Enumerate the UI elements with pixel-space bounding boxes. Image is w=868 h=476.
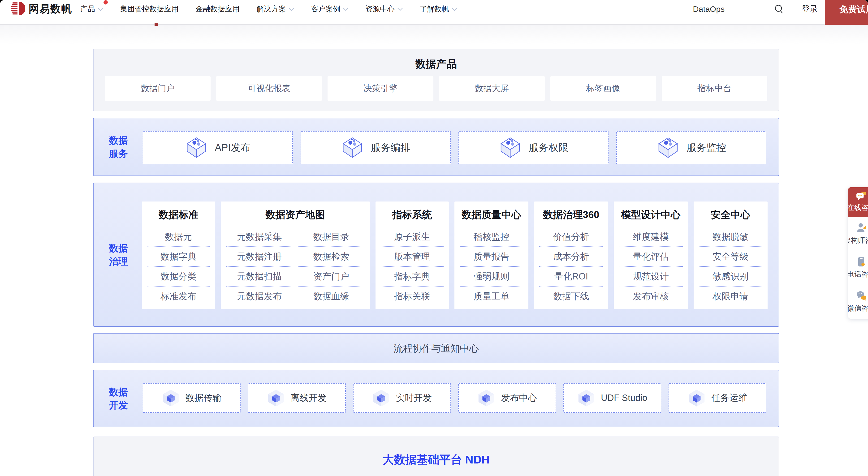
phone-consult-button[interactable]: 电话咨询 [848,251,868,285]
search-box[interactable]: DataOps [683,0,794,24]
dev-box-release-center[interactable]: 发布中心 [458,383,556,413]
gov-item[interactable]: 数据脱敏 [699,227,763,247]
dev-cube-icon [688,389,706,407]
service-label: 服务编排 [371,141,410,154]
section-collab-bar: 流程协作与通知中心 [93,333,779,363]
section-data-services: 数据 服务 API发布 [93,118,779,176]
gov-item[interactable]: 资产门户 [299,267,364,287]
gov-item[interactable]: 数据分类 [147,267,210,287]
gov-item[interactable]: 量化评估 [619,247,682,267]
architect-consult-label: 架构师咨询 [848,235,868,245]
dev-label: 数据传输 [186,392,221,404]
dev-label: 任务运维 [711,392,747,404]
gov-item[interactable]: 数据血缘 [299,287,364,306]
gov-item[interactable]: 数据检索 [299,247,364,267]
gov-item[interactable]: 数据元 [147,227,210,247]
label-line: 服务 [105,147,131,160]
dev-box-realtime-dev[interactable]: 实时开发 [353,383,451,413]
dev-label: 实时开发 [396,392,432,404]
gov-item[interactable]: 数据目录 [299,227,364,247]
dev-cube-icon [162,389,180,407]
gov-item[interactable]: 指标关联 [381,287,443,306]
gov-item[interactable]: 元数据发布 [226,287,292,306]
service-cube-icon [499,136,522,159]
dev-box-data-transfer[interactable]: 数据传输 [143,383,241,413]
product-box-decision-engine[interactable]: 决策引擎 [328,76,433,101]
product-box-data-portal[interactable]: 数据门户 [105,76,211,101]
label-line: 数据 [105,134,131,147]
data-governance-label: 数据 治理 [105,242,131,268]
gov-item[interactable]: 原子派生 [381,227,443,247]
gov-card-title: 数据质量中心 [455,209,528,220]
nav-item-solutions[interactable]: 解决方案 [257,4,294,14]
gov-item[interactable]: 数据下线 [539,287,603,306]
login-link[interactable]: 登录 [802,0,818,18]
gov-item[interactable]: 发布审核 [619,287,682,306]
gov-item[interactable]: 元数据注册 [226,247,292,267]
product-box-tag-profile[interactable]: 标签画像 [550,76,656,101]
gov-item[interactable]: 规范设计 [619,267,682,287]
product-box-data-screen[interactable]: 数据大屏 [439,76,545,101]
product-box-visual-report[interactable]: 可视化报表 [216,76,322,101]
gov-card-title: 数据治理360 [534,209,608,220]
gov-item[interactable]: 指标字典 [381,267,443,287]
service-box-orchestration[interactable]: 服务编排 [301,131,451,164]
chevron-down-icon [289,8,294,11]
dev-cube-icon [372,389,390,407]
gov-item[interactable]: 维度建模 [619,227,682,247]
nav-item-customer-cases[interactable]: 客户案例 [311,4,348,14]
gov-item[interactable]: 量化ROI [539,267,603,287]
search-input[interactable]: DataOps [693,4,724,14]
gov-item[interactable]: 数据字典 [147,247,210,267]
nav-item-resources[interactable]: 资源中心 [365,4,403,14]
service-label: 服务监控 [686,141,726,154]
chat-bubble-icon [856,192,867,201]
gov-item[interactable]: 安全等级 [699,247,763,267]
wechat-consult-button[interactable]: 微信咨询 [848,285,868,319]
chevron-down-icon [452,8,457,11]
gov-list: 原子派生 版本管理 指标字典 指标关联 [375,227,449,306]
gov-item[interactable]: 版本管理 [381,247,443,267]
service-cube-icon [657,136,679,159]
service-box-api-publish[interactable]: API发布 [143,131,293,164]
gov-list: 价值分析 成本分析 量化ROI 数据下线 [534,227,608,306]
wechat-consult-label: 微信咨询 [848,304,868,313]
gov-item[interactable]: 质量报告 [460,247,523,267]
nav-item-about[interactable]: 了解数帆 [420,4,457,14]
gov-item[interactable]: 价值分析 [539,227,603,247]
gov-list: 数据脱敏 安全等级 敏感识别 权限申请 [693,227,768,306]
service-box-monitoring[interactable]: 服务监控 [616,131,766,164]
gov-card-data-standard: 数据标准 数据元 数据字典 数据分类 标准发布 [142,201,215,309]
section-data-products: 数据产品 数据门户 可视化报表 决策引擎 数据大屏 标签画像 指标中台 [93,49,779,111]
product-box-metric-platform[interactable]: 指标中台 [662,76,767,101]
search-icon[interactable] [774,4,784,14]
dev-box-task-ops[interactable]: 任务运维 [669,383,766,413]
gov-item[interactable]: 稽核监控 [460,227,523,247]
netease-sail-logo-icon [11,1,25,17]
chevron-down-icon [398,8,403,11]
service-box-permissions[interactable]: 服务权限 [459,131,609,164]
online-consult-button[interactable]: 在线咨询 [848,187,868,217]
nav-item-finance-data-apps[interactable]: 金融数据应用 [196,4,240,14]
nav-item-group-data-apps[interactable]: 集团管控数据应用 [120,4,179,14]
gov-list: 稽核监控 质量报告 强弱规则 质量工单 [455,227,528,306]
section-data-development: 数据 开发 数据传输 离线开发 [93,370,779,427]
dev-box-offline-dev[interactable]: 离线开发 [248,383,346,413]
dev-box-udf-studio[interactable]: UDF Studio [563,383,661,413]
gov-item[interactable]: 元数据扫描 [226,267,292,287]
gov-item[interactable]: 标准发布 [147,287,210,306]
gov-item[interactable]: 成本分析 [539,247,603,267]
gov-item[interactable]: 权限申请 [699,287,763,306]
logo[interactable]: 网易数帆 [11,0,72,18]
free-trial-button[interactable]: 免费试用 [825,0,868,25]
section-ndh-platform: 大数据基础平台 NDH [93,437,779,476]
nav-item-products[interactable]: 产品 [80,4,103,14]
architect-consult-button[interactable]: 架构师咨询 [848,217,868,251]
gov-card-quality-center: 数据质量中心 稽核监控 质量报告 强弱规则 质量工单 [455,201,528,309]
gov-item[interactable]: 元数据采集 [226,227,292,247]
gov-item[interactable]: 质量工单 [460,287,523,306]
logo-text: 网易数帆 [29,2,72,16]
gov-item[interactable]: 强弱规则 [460,267,523,287]
gov-item[interactable]: 敏感识别 [699,267,763,287]
top-nav: 网易数帆 产品 集团管控数据应用 金融数据应用 解决方案 客户案例 [0,0,868,25]
